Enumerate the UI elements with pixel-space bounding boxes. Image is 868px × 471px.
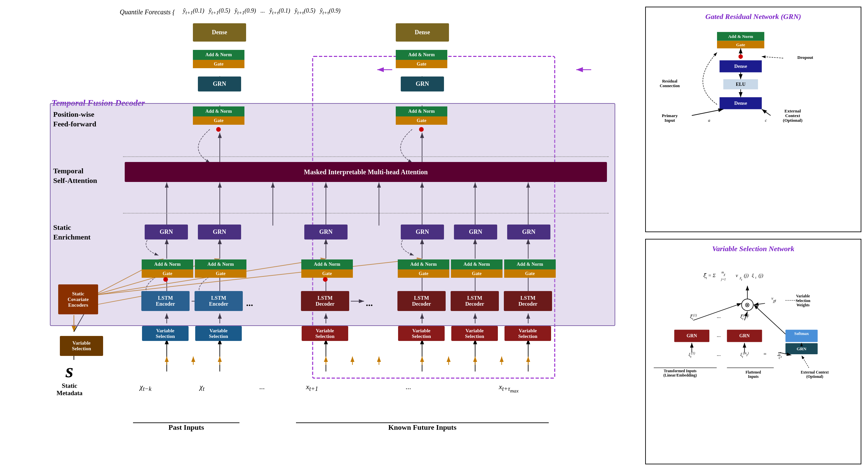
lstm-dec-1: LSTMDecoder [301, 291, 349, 311]
svg-text:v: v [736, 273, 738, 278]
dots-past: ... [259, 382, 265, 391]
varsel-past-1: VariableSelection [142, 326, 189, 341]
svg-text:Variable: Variable [796, 294, 810, 298]
static-label: StaticEnrichment [53, 223, 90, 242]
svg-text:Dropout: Dropout [798, 55, 813, 60]
lstm-dots: ... [246, 298, 253, 308]
svg-text:⊗: ⊗ [745, 301, 750, 308]
svg-text:c: c [765, 118, 767, 123]
svg-point-74 [738, 54, 743, 59]
svg-text:Residual: Residual [662, 79, 677, 84]
separator-1 [123, 156, 609, 157]
svg-text:External Context: External Context [801, 370, 829, 374]
addnorm-gate-lstm-1: Add & Norm Gate [142, 259, 193, 278]
svg-text:ξ: ξ [752, 273, 754, 278]
svg-text:=: = [764, 351, 767, 357]
svg-text:Input: Input [664, 118, 675, 123]
static-metadata: s StaticMetadata [57, 359, 83, 397]
svg-text:(j): (j) [758, 273, 763, 278]
poswise-label: Position-wiseFeed-forward [53, 110, 96, 129]
separator-2 [123, 213, 609, 214]
addnorm-gate-lstm-4: Add & Norm Gate [398, 259, 449, 278]
svg-text:Primary: Primary [662, 113, 678, 118]
svg-text:χt: χt [740, 276, 742, 281]
varsel-future-1: VariableSelection [302, 326, 348, 341]
future-inputs-label: Known Future Inputs [296, 422, 549, 432]
svg-line-112 [754, 303, 765, 305]
lstm-dec-4: LSTMDecoder [504, 291, 552, 311]
quantile-values: ŷt+1(0.1) ŷt+1(0.5) ŷt+1(0.9) ... ŷt+τ(0… [183, 7, 341, 16]
svg-text:Dense: Dense [734, 63, 747, 69]
dense-box-right: Dense [396, 23, 449, 41]
red-dot-4 [323, 277, 328, 282]
input-x-t1: xt+1 [306, 382, 318, 392]
svg-text:...: ... [717, 313, 721, 319]
dots-future: ... [406, 382, 411, 391]
red-dot-2 [419, 127, 424, 132]
svg-line-93 [762, 57, 783, 58]
svg-text:Add & Norm: Add & Norm [728, 34, 753, 39]
varsel-static: VariableSelection [60, 336, 103, 356]
svg-text:Gate: Gate [736, 42, 745, 47]
temporal-label: TemporalSelf-Attention [53, 166, 97, 185]
grn-static-2: GRN [198, 224, 241, 240]
input-chi-tk: χt−k [140, 382, 151, 392]
svg-text:Weights: Weights [797, 303, 810, 307]
varsel-future-3: VariableSelection [451, 326, 498, 341]
svg-text:a: a [708, 118, 710, 123]
svg-text:Dense: Dense [734, 100, 747, 106]
addnorm-gate-top-left: Add & Norm Gate [193, 50, 244, 68]
svg-text:c: c [779, 355, 780, 360]
svg-text:Inputs: Inputs [748, 375, 758, 379]
svg-text:External: External [784, 108, 801, 114]
varsel-future-4: VariableSelection [504, 326, 551, 341]
svg-text:Transformed Inputs: Transformed Inputs [664, 369, 697, 373]
svg-text:GRN: GRN [687, 333, 697, 338]
lstm-enc-2: LSTMEncoder [194, 291, 243, 311]
svg-text:Context: Context [785, 113, 800, 118]
side-panels: Gated Residual Network (GRN) Add & Norm … [645, 7, 861, 464]
grn-static-3: GRN [304, 224, 347, 240]
svg-text:ELU: ELU [736, 82, 745, 87]
svg-text:Flattened: Flattened [746, 370, 761, 374]
svg-text:GRN: GRN [797, 346, 807, 351]
svg-text:Connection: Connection [660, 84, 680, 88]
svg-text:(Optional): (Optional) [806, 375, 823, 379]
svg-text:(Optional): (Optional) [783, 118, 803, 123]
addnorm-gate-lstm-3: Add & Norm Gate [301, 259, 353, 278]
svg-text:...: ... [717, 351, 721, 357]
varsel-past-2: VariableSelection [195, 326, 242, 341]
lstm-dec-2: LSTMDecoder [397, 291, 446, 311]
red-dot-3 [163, 277, 168, 282]
addnorm-gate-top-right: Add & Norm Gate [396, 50, 447, 68]
addnorm-gate-lstm-5: Add & Norm Gate [451, 259, 502, 278]
svg-line-86 [762, 109, 771, 116]
svg-line-83 [692, 109, 723, 116]
svg-text:(j): (j) [744, 273, 749, 278]
svg-text:GRN: GRN [739, 333, 750, 338]
input-chi-t: χt [199, 382, 205, 392]
attention-bar: Masked Interpretable Multi-head Attentio… [125, 162, 607, 182]
svg-text:t: t [755, 276, 756, 279]
quantile-label: Quantile Forecasts { [120, 8, 175, 16]
svg-text:...: ... [717, 332, 721, 338]
grn-static-5: GRN [454, 224, 497, 240]
dense-box-left: Dense [193, 23, 246, 41]
lstm-dec-dots: ... [366, 298, 373, 308]
svg-text:ξ̃t = 
          Σ: ξ̃t = Σ [703, 273, 716, 280]
grn-static-1: GRN [145, 224, 188, 240]
grn-poswise-left: GRN [198, 76, 241, 92]
grn-static-4: GRN [401, 224, 444, 240]
addnorm-gate-mid-left: Add & Norm Gate [193, 106, 244, 125]
input-x-tau: xt+τmax [499, 382, 519, 394]
grn-panel: Gated Residual Network (GRN) Add & Norm … [645, 7, 861, 232]
past-inputs-label: Past Inputs [133, 422, 240, 432]
addnorm-gate-lstm-2: Add & Norm Gate [195, 259, 246, 278]
vsn-panel: Variable Selection Network ξ̃t = Σ v χt … [645, 239, 861, 464]
vsn-panel-title: Variable Selection Network [651, 245, 856, 253]
lstm-dec-3: LSTMDecoder [451, 291, 499, 311]
svg-text:j=1: j=1 [720, 277, 726, 281]
addnorm-gate-lstm-6: Add & Norm Gate [504, 259, 556, 278]
static-cov-enc: StaticCovariateEncoders [58, 284, 98, 314]
grn-poswise-right: GRN [401, 76, 444, 92]
